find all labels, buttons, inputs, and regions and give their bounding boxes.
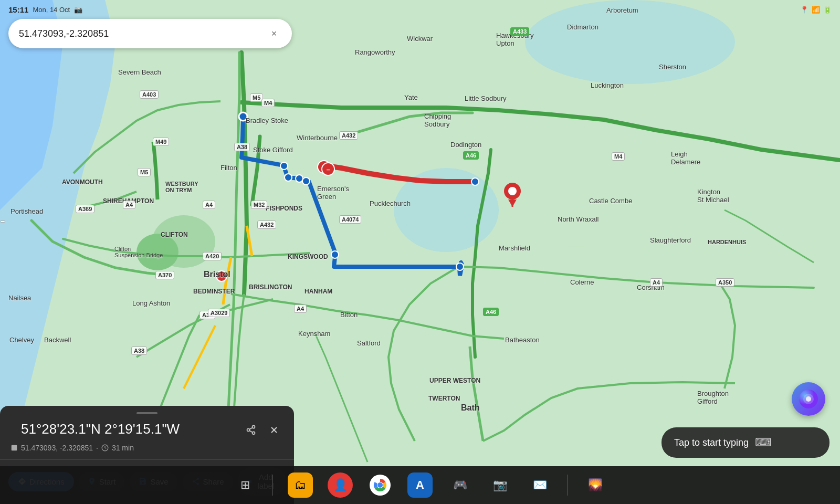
screenshot-icon: 📷 [74,6,82,14]
svg-rect-32 [12,445,17,451]
location-icon: 📍 [800,6,808,14]
place-brislington: BRISLINGTON [249,284,292,291]
road-a46-b [0,220,5,223]
sheet-top-actions: 51°28'23.1"N 2°19'15.1"W [0,421,294,444]
place-long-ashton: Long Ashton [132,299,170,307]
place-rangoworthy: Rangoworthy [355,48,395,56]
place-bedminster: BEDMINSTER [193,288,235,295]
road-m49: M49 [153,138,169,146]
place-yate: Yate [404,93,418,101]
place-wickwar: Wickwar [407,35,433,43]
svg-text:–: – [327,166,330,173]
place-bristol: Bristol [204,270,230,279]
svg-line-28 [249,430,253,432]
svg-point-39 [377,482,383,488]
place-upper-weston: UPPER WESTON [429,377,480,384]
road-a4-city: A4 [203,201,215,209]
place-filton: Filton [220,164,237,172]
place-sherston: Sherston [659,63,686,71]
status-time: 15:11 [8,5,28,14]
road-m5: M5 [138,168,151,176]
coords-text: 51.473093, -2.320851 [21,444,93,452]
place-clifton: CLIFTON [161,231,188,238]
sheet-handle [136,412,158,414]
dock-divider-2 [567,475,568,496]
place-chipping-sodbury: ChippingSodbury [424,112,451,128]
svg-point-26 [247,429,250,432]
svg-point-10 [285,174,292,181]
games-app-icon[interactable]: 🎮 [447,472,472,498]
svg-point-11 [296,175,303,182]
sheet-divider [0,459,294,460]
place-portishead: Portishead [10,207,43,215]
search-clear-button[interactable]: × [267,26,281,41]
location-pin [503,182,522,209]
svg-line-29 [249,427,253,429]
camera-app-icon[interactable]: 📷 [487,472,512,498]
place-bitton: Bitton [340,311,358,319]
place-kington-st-michael: KingtonSt Michael [697,188,729,204]
app-dock: ⊞ 🗂 👤 A 🎮 📷 ✉️ 🌄 [0,466,840,504]
sheet-coords: 51.473093, -2.320851 · 31 min [0,444,294,454]
road-a4-west: A4 [123,201,135,209]
place-stoke-gifford: Stoke Gifford [253,146,293,154]
photos-app-icon[interactable]: 🌄 [582,472,607,498]
road-a46-north: A46 [463,151,479,160]
road-a369: A369 [76,205,94,213]
place-avonmouth: AVONMOUTH [62,178,103,186]
search-input[interactable] [19,28,267,39]
share-icon-button[interactable] [242,421,260,439]
road-a46-south: A46 [483,308,499,316]
place-winterbourne: Winterbourne [297,134,338,142]
place-pucklechurch: Pucklechurch [370,200,411,207]
road-a38-sw: A38 [131,346,147,355]
place-little-sodbury: Little Sodbury [465,94,507,102]
dot-separator: · [96,444,98,452]
svg-point-25 [253,426,255,428]
status-date: Mon, 14 Oct [33,6,70,14]
road-a403: A403 [140,90,159,99]
place-dodington: Dodington [450,141,481,149]
road-m32: M32 [251,201,267,209]
road-a433: A433 [510,27,529,36]
search-bar[interactable]: × [8,19,292,48]
place-slaughterford: Slaughterford [650,236,691,244]
place-marshfield: Marshfield [499,244,530,252]
place-kingswood: KINGSWOOD [288,253,328,260]
wifi-icon: 📶 [812,6,820,14]
grid-menu-button[interactable]: ⊞ [233,472,258,498]
files-app-icon[interactable]: 🗂 [288,472,313,498]
road-m4-east: M4 [612,152,625,161]
assistant-button[interactable] [792,382,825,416]
road-a4-east: A4 [294,304,307,313]
chrome-app-icon[interactable] [368,472,393,498]
place-hanham: HANHAM [304,288,332,295]
mail-app-icon[interactable]: ✉️ [527,472,552,498]
place-north-wraxall: North Wraxall [558,215,599,223]
toast-text: Tap to start typing [674,437,749,448]
svg-marker-24 [508,200,517,207]
close-icon-button[interactable] [265,421,284,439]
adict-app-icon[interactable]: A [407,472,433,498]
road-a4-corsham: A4 [650,278,663,287]
road-a432-south: A432 [257,220,276,229]
road-a329: A3029 [208,309,230,317]
place-keynsham: Keynsham [298,330,330,338]
dock-divider-1 [272,475,273,496]
svg-point-27 [253,432,255,434]
place-saltford: Saltford [357,339,381,347]
place-nailsea: Nailsea [8,294,31,302]
svg-point-23 [508,187,517,195]
place-castle-combe: Castle Combe [589,197,632,205]
place-colerne: Colerne [570,278,594,286]
place-fishponds: FISHPONDS [266,205,302,212]
place-severn-beach: Severn Beach [118,68,161,76]
tap-to-type-toast[interactable]: Tap to start typing ⌨ [662,427,830,458]
place-batheaston: Batheaston [505,336,540,344]
status-icons: 📍 📶 🔋 [800,6,832,14]
svg-point-4 [499,121,656,247]
svg-point-36 [806,396,811,402]
contacts-app-icon[interactable]: 👤 [328,472,353,498]
road-a432-north: A432 [339,131,358,140]
keyboard-icon: ⌨ [755,436,772,449]
